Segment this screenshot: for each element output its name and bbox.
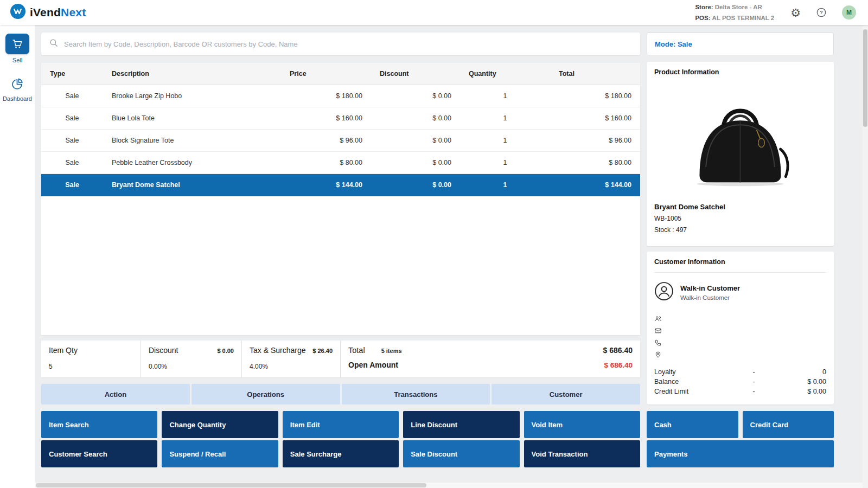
tax-label: Tax & Surcharge <box>250 346 306 355</box>
dashboard-pie-icon <box>11 78 24 93</box>
action-button[interactable]: Sale Discount <box>403 440 519 467</box>
customer-stat-row: Credit Limit - $ 0.00 <box>654 388 826 397</box>
search-input[interactable] <box>64 40 633 48</box>
header-discount: Discount <box>371 63 460 85</box>
horizontal-scrollbar-thumb[interactable] <box>36 483 426 487</box>
stat-separator: - <box>730 388 777 395</box>
vertical-scrollbar-thumb[interactable] <box>863 29 867 127</box>
tab[interactable]: Operations <box>192 384 340 404</box>
row-description: Pebble Leather Crossbody <box>103 152 281 174</box>
group-icon <box>654 315 826 323</box>
stat-separator: - <box>730 368 777 376</box>
brand-accent: Next <box>61 6 86 18</box>
row-discount: $ 0.00 <box>371 152 460 174</box>
header-type: Type <box>41 63 103 85</box>
total-value: $ 686.40 <box>603 346 633 355</box>
row-total: $ 144.00 <box>550 174 640 196</box>
search-bar <box>41 33 640 55</box>
row-price: $ 80.00 <box>281 152 371 174</box>
action-button[interactable]: Void Item <box>524 411 640 438</box>
row-quantity: 1 <box>460 152 550 174</box>
sidebar-item-dashboard[interactable]: Dashboard <box>3 78 32 102</box>
product-name: Bryant Dome Satchel <box>654 203 826 211</box>
store-value: Delta Store - AR <box>715 4 762 10</box>
customer-stat-row: Balance - $ 0.00 <box>654 378 826 388</box>
table-body: Sale Brooke Large Zip Hobo $ 180.00 $ 0.… <box>41 85 640 196</box>
action-button[interactable]: Line Discount <box>403 411 519 438</box>
customer-name: Walk-in Customer <box>680 284 740 292</box>
sidebar-dashboard-label: Dashboard <box>3 95 32 102</box>
app-header: iVendNext Store:Delta Store - AR POS:AL … <box>0 0 868 25</box>
action-button[interactable]: Change Quantity <box>162 411 278 438</box>
brand-logo-icon <box>10 3 26 22</box>
discount-amount: $ 0.00 <box>217 348 234 354</box>
settings-gear-icon[interactable]: ⚙ <box>790 7 801 18</box>
customer-profile: Walk-in Customer Walk-in Customer <box>654 281 826 303</box>
action-button[interactable]: Void Transaction <box>524 440 640 467</box>
action-button[interactable]: Item Edit <box>283 411 399 438</box>
search-icon <box>49 38 59 50</box>
item-qty-value: 5 <box>49 363 133 370</box>
sidebar: Sell Dashboard <box>0 25 35 488</box>
product-information-card: Product Information Bryant Dome Satchel … <box>647 62 834 246</box>
user-avatar[interactable]: M <box>842 5 856 20</box>
product-image <box>654 79 826 197</box>
discount-label: Discount <box>149 346 178 355</box>
row-discount: $ 0.00 <box>371 130 460 151</box>
help-icon[interactable]: ? <box>816 7 827 18</box>
horizontal-scrollbar[interactable] <box>35 483 863 488</box>
row-discount: $ 0.00 <box>371 107 460 129</box>
vertical-scrollbar[interactable] <box>863 25 868 488</box>
sidebar-item-sell[interactable]: Sell <box>5 34 29 63</box>
cart-items-table: Type Description Price Discount Quantity… <box>41 63 640 335</box>
table-row[interactable]: Sale Brooke Large Zip Hobo $ 180.00 $ 0.… <box>41 85 640 107</box>
action-button[interactable]: Suspend / Recall <box>162 440 278 467</box>
phone-icon <box>654 339 826 346</box>
pos-line: POS:AL POS TERMINAL 2 <box>695 12 774 23</box>
row-total: $ 80.00 <box>550 152 640 174</box>
row-type: Sale <box>41 152 103 174</box>
row-type: Sale <box>41 174 103 196</box>
row-description: Blue Lola Tote <box>103 107 281 129</box>
tab[interactable]: Action <box>41 384 190 404</box>
header-total: Total <box>550 63 640 85</box>
mail-icon <box>654 327 826 335</box>
row-quantity: 1 <box>460 130 550 151</box>
product-code: WB-1005 <box>654 215 826 222</box>
stat-value: $ 0.00 <box>777 388 826 395</box>
row-total: $ 96.00 <box>550 130 640 151</box>
row-type: Sale <box>41 130 103 151</box>
table-row[interactable]: Sale Bryant Dome Satchel $ 144.00 $ 0.00… <box>41 174 640 196</box>
brand-name: iVendNext <box>30 6 86 19</box>
tab[interactable]: Customer <box>492 384 640 404</box>
table-row[interactable]: Sale Block Signature Tote $ 96.00 $ 0.00… <box>41 130 640 152</box>
customer-information-card: Customer Information Walk-in Customer Wa… <box>647 252 834 404</box>
header-quantity: Quantity <box>460 63 550 85</box>
tab[interactable]: Transactions <box>342 384 490 404</box>
table-header-row: Type Description Price Discount Quantity… <box>41 63 640 85</box>
table-row[interactable]: Sale Pebble Leather Crossbody $ 80.00 $ … <box>41 152 640 174</box>
header-description: Description <box>103 63 281 85</box>
row-price: $ 180.00 <box>281 85 371 107</box>
sidebar-sell-label: Sell <box>12 57 22 63</box>
stat-label: Loyalty <box>654 368 730 376</box>
cash-button[interactable]: Cash <box>647 411 738 438</box>
pos-label: POS: <box>695 15 710 21</box>
pos-value: AL POS TERMINAL 2 <box>712 15 775 21</box>
stat-label: Balance <box>654 378 730 386</box>
store-info: Store:Delta Store - AR POS:AL POS TERMIN… <box>695 2 774 23</box>
row-description: Block Signature Tote <box>103 130 281 151</box>
row-total: $ 180.00 <box>550 85 640 107</box>
action-button[interactable]: Customer Search <box>41 440 157 467</box>
stat-value: $ 0.00 <box>777 378 826 386</box>
store-label: Store: <box>695 4 713 10</box>
table-row[interactable]: Sale Blue Lola Tote $ 160.00 $ 0.00 1 $ … <box>41 107 640 130</box>
action-button[interactable]: Sale Surcharge <box>283 440 399 467</box>
tax-amount: $ 26.40 <box>312 348 333 354</box>
row-description: Bryant Dome Satchel <box>103 174 281 196</box>
action-button[interactable]: Item Search <box>41 411 157 438</box>
payments-button[interactable]: Payments <box>647 440 834 467</box>
row-price: $ 160.00 <box>281 107 371 129</box>
total-items-count: 5 items <box>381 348 402 354</box>
credit-card-button[interactable]: Credit Card <box>743 411 834 438</box>
